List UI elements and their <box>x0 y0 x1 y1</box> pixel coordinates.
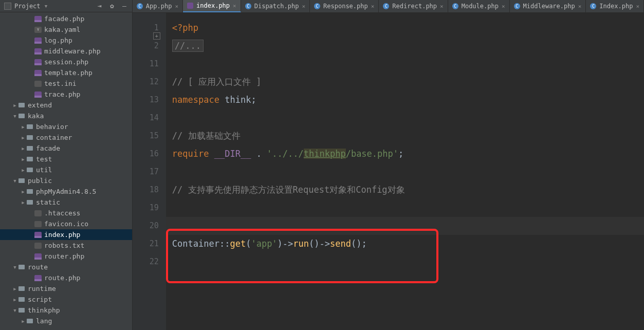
tree-item[interactable]: log.php <box>0 35 132 46</box>
line-number: 16 <box>133 145 159 163</box>
tree-item-label: kaka <box>28 112 44 120</box>
chevron-right-icon[interactable]: ▶ <box>21 135 26 140</box>
tree-item[interactable]: ▼kaka <box>0 111 132 121</box>
chevron-right-icon[interactable]: ▶ <box>21 157 26 162</box>
tree-item[interactable]: ▶lang <box>0 316 132 326</box>
line-number: 17 <box>133 163 159 181</box>
chevron-right-icon[interactable]: ▶ <box>21 200 26 205</box>
project-tree[interactable]: facade.phpYkaka.yamllog.phpmiddleware.ph… <box>0 12 132 330</box>
tree-item[interactable]: ▶util <box>0 164 132 175</box>
class-file-icon: C <box>137 3 143 9</box>
gear-icon[interactable]: ✿ <box>108 3 116 10</box>
editor-tab[interactable]: index.php× <box>183 0 241 12</box>
tree-item-label: public <box>28 177 52 185</box>
close-icon[interactable]: × <box>502 3 505 10</box>
tree-item[interactable]: ▶behavior <box>0 121 132 132</box>
chevron-right-icon[interactable]: ▶ <box>21 189 26 194</box>
tree-item-label: lang <box>36 317 52 325</box>
tab-label: Middleware.php <box>523 3 575 10</box>
chevron-right-icon[interactable]: ▶ <box>12 286 17 291</box>
editor-tab[interactable]: CMiddleware.php× <box>510 0 586 12</box>
chevron-down-icon[interactable]: ▼ <box>12 308 17 313</box>
tree-item-label: log.php <box>44 36 72 44</box>
chevron-right-icon[interactable]: ▶ <box>21 124 26 130</box>
tree-item[interactable]: favicon.ico <box>0 218 132 229</box>
tree-item[interactable]: index.php <box>0 229 132 240</box>
tree-item[interactable]: trace.php <box>0 89 132 100</box>
folder-icon <box>17 296 26 303</box>
close-icon[interactable]: × <box>578 3 582 10</box>
tree-item[interactable]: robots.txt <box>0 240 132 251</box>
tree-item[interactable]: ▶script <box>0 294 132 305</box>
tree-item[interactable]: ▶extend <box>0 100 132 111</box>
tree-item[interactable]: ▼thinkphp <box>0 305 132 316</box>
folder-icon <box>17 264 26 271</box>
chevron-down-icon[interactable]: ▼ <box>12 114 17 119</box>
ini-file-icon <box>34 80 42 87</box>
tree-item-label: runtime <box>28 285 56 292</box>
tree-item[interactable]: ▼route <box>0 262 132 272</box>
tree-item[interactable]: ▶test <box>0 154 132 164</box>
chevron-down-icon[interactable]: ▼ <box>12 265 17 270</box>
code-area[interactable]: + <?php //... // [ 应用入口文件 ] namespace th… <box>166 13 644 330</box>
close-icon[interactable]: × <box>636 3 639 10</box>
editor-tab[interactable]: CIndex.php× <box>586 0 644 12</box>
code-line: require __DIR__ . '../../thinkphp/base.p… <box>172 145 644 163</box>
tree-item[interactable]: Ykaka.yaml <box>0 24 132 35</box>
close-icon[interactable]: × <box>302 3 305 10</box>
tree-item[interactable]: .htaccess <box>0 208 132 218</box>
editor-tab[interactable]: CDispatch.php× <box>241 0 310 12</box>
tab-label: Module.php <box>462 3 499 10</box>
tree-item[interactable]: ▶phpMyAdmin4.8.5 <box>0 186 132 197</box>
tree-item-label: kaka.yaml <box>44 26 80 33</box>
close-icon[interactable]: × <box>233 3 236 9</box>
tree-item[interactable]: template.php <box>0 67 132 78</box>
fold-expand-icon[interactable]: + <box>153 32 160 40</box>
tree-item[interactable]: middleware.php <box>0 46 132 57</box>
chevron-right-icon[interactable]: ▶ <box>12 103 17 108</box>
tree-item[interactable]: ▶facade <box>0 143 132 154</box>
tree-item[interactable]: ▶runtime <box>0 283 132 294</box>
line-number: 13 <box>133 91 159 109</box>
file-icon <box>34 210 42 217</box>
folder-icon <box>26 145 34 152</box>
chevron-right-icon[interactable]: ▶ <box>21 319 26 324</box>
editor-tab[interactable]: CApp.php× <box>133 0 183 12</box>
line-number: 15 <box>133 127 159 145</box>
chevron-right-icon[interactable]: ▶ <box>21 168 26 173</box>
php-file-icon <box>34 48 42 55</box>
chevron-right-icon[interactable]: ▶ <box>12 297 17 302</box>
hide-icon[interactable]: — <box>121 3 128 10</box>
folder-icon <box>17 285 26 292</box>
php-file-icon <box>34 37 42 44</box>
code-line <box>172 253 644 271</box>
chevron-down-icon[interactable]: ▼ <box>44 4 49 9</box>
tree-item[interactable]: route.php <box>0 272 132 283</box>
file-icon <box>34 221 42 228</box>
tree-item-label: favicon.ico <box>44 220 88 228</box>
tree-item[interactable]: router.php <box>0 251 132 262</box>
close-icon[interactable]: × <box>371 3 375 10</box>
tree-item[interactable]: ▶static <box>0 197 132 208</box>
editor-tab[interactable]: CModule.php× <box>448 0 510 12</box>
tree-item[interactable]: ▼public <box>0 175 132 186</box>
editor-tab[interactable]: CRedirect.php× <box>379 0 448 12</box>
close-icon[interactable]: × <box>175 3 178 10</box>
tree-item[interactable]: facade.php <box>0 13 132 24</box>
tree-item[interactable]: session.php <box>0 57 132 67</box>
folder-icon <box>17 307 26 314</box>
tree-item[interactable]: test.ini <box>0 78 132 89</box>
code-line: // [ 应用入口文件 ] <box>172 73 644 91</box>
code-line: //... <box>172 37 644 55</box>
editor-tabbar[interactable]: CApp.php×index.php×CDispatch.php×CRespon… <box>133 0 644 13</box>
chevron-down-icon[interactable]: ▼ <box>12 178 17 184</box>
folder-icon <box>17 113 26 120</box>
tree-item[interactable]: ▶container <box>0 132 132 143</box>
line-number: 22 <box>133 253 159 271</box>
code-line <box>172 55 644 73</box>
editor-tab[interactable]: CResponse.php× <box>310 0 379 12</box>
tree-item-label: router.php <box>44 252 84 260</box>
collapse-icon[interactable]: ⇥ <box>96 3 103 10</box>
close-icon[interactable]: × <box>440 3 444 10</box>
chevron-right-icon[interactable]: ▶ <box>21 146 26 151</box>
